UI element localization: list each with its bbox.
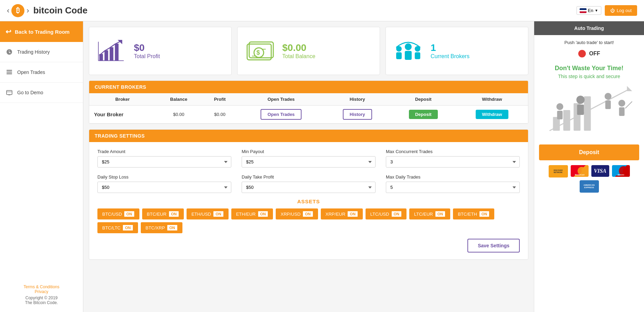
asset-ltc-eur[interactable]: LTC/EUR ON (409, 208, 450, 219)
max-concurrent-select[interactable]: 123510 (386, 156, 520, 168)
stat-info-brokers: 1 Current Brokers (431, 42, 469, 60)
table-header-row: Broker Balance Profit Open Trades Histor… (89, 93, 528, 106)
balance-value: $0.00 (282, 42, 306, 53)
current-brokers-header: CURRENT BROKERS (89, 81, 528, 93)
trading-settings-section: TRADING SETTINGS Trade Amount $25$50$100… (89, 129, 528, 260)
daily-stop-loss-select[interactable]: $50$100$200 (97, 182, 231, 193)
trade-amount-label: Trade Amount (97, 149, 231, 154)
svg-text:Maestro: Maestro (617, 174, 624, 176)
asset-btc-xrp[interactable]: BTC/XRP ON (141, 222, 182, 233)
broker-name: Your Broker (89, 106, 156, 123)
asset-btc-eth[interactable]: BTC/ETH ON (453, 208, 494, 219)
svg-point-20 (405, 43, 412, 50)
save-settings-button[interactable]: Save Settings (467, 239, 520, 252)
auto-trading-header: Auto Trading (534, 21, 644, 35)
col-balance: Balance (156, 93, 202, 106)
sidebar: ↩ Back to Trading Room Trading History O… (0, 21, 83, 312)
assets-section: ASSETS BTC/USD ON BTC/EUR ON ETH/USD ON … (97, 198, 520, 233)
svg-point-38 (619, 100, 625, 107)
svg-point-24 (415, 46, 420, 52)
svg-rect-37 (605, 100, 611, 109)
svg-text:MasterCard: MasterCard (575, 174, 584, 176)
svg-rect-6 (105, 50, 108, 61)
svg-rect-0 (7, 70, 12, 71)
promo-section: Don't Waste Your Time! This step is quic… (534, 61, 644, 144)
deposit-button[interactable]: Deposit (409, 110, 438, 119)
promo-title: Don't Waste Your Time! (539, 64, 639, 72)
svg-marker-27 (627, 86, 632, 91)
sidebar-item-open-trades[interactable]: Open Trades (0, 62, 83, 83)
asset-on-icon: ON (124, 211, 135, 217)
withdraw-button[interactable]: Withdraw (476, 110, 508, 119)
deposit-big-button[interactable]: Deposit (539, 144, 639, 160)
svg-rect-39 (619, 107, 625, 116)
flag-icon (580, 8, 587, 13)
profit-label: Total Profit (134, 53, 160, 60)
asset-eth-eur[interactable]: ETH/EUR ON (231, 208, 273, 219)
trade-amount-select[interactable]: $25$50$100$200 (97, 156, 231, 168)
asset-on-icon: ON (169, 211, 179, 217)
table-row: Your Broker $0.00 $0.00 Open Trades Hist… (89, 106, 528, 123)
auto-trading-status: OFF (589, 51, 600, 57)
asset-eth-usd[interactable]: ETH/USD ON (187, 208, 229, 219)
max-concurrent-label: Max Concurrent Trades (386, 149, 520, 154)
asset-on-icon: ON (435, 211, 446, 217)
svg-point-36 (605, 93, 612, 100)
col-deposit: Deposit (390, 93, 456, 106)
svg-rect-3 (7, 90, 12, 95)
broker-profit: $0.00 (202, 106, 238, 123)
auto-trading-toggle[interactable] (578, 50, 586, 57)
broker-balance: $0.00 (156, 106, 202, 123)
asset-xrp-eur[interactable]: XRP/EUR ON (321, 208, 363, 219)
auto-toggle-row: OFF (534, 50, 644, 61)
max-daily-trades-label: Max Daily Trades (386, 174, 520, 180)
form-group-max-daily-trades: Max Daily Trades 5102050 (386, 174, 520, 193)
asset-btc-usd[interactable]: BTC/USD ON (97, 208, 139, 219)
sidebar-item-go-to-demo[interactable]: Go to Demo (0, 83, 83, 103)
daily-take-profit-select[interactable]: $50$100$200 (242, 182, 376, 193)
header-actions: En ▼ ⏻ Log out (577, 5, 644, 16)
asset-btc-eur[interactable]: BTC/EUR ON (142, 208, 184, 219)
asset-on-icon: ON (479, 211, 490, 217)
col-history: History (324, 93, 391, 106)
promo-subtitle: This step is quick and secure (539, 74, 639, 79)
maestro-icon: Maestro (612, 165, 630, 177)
svg-point-18 (396, 46, 402, 52)
assets-grid: BTC/USD ON BTC/EUR ON ETH/USD ON ETH/EUR… (97, 208, 520, 233)
trading-settings-header: TRADING SETTINGS (89, 130, 528, 142)
terms-link[interactable]: Terms & Conditions (23, 284, 59, 289)
broker-withdraw-cell: Withdraw (456, 106, 528, 123)
asset-xrp-usd[interactable]: XRP/USD ON (276, 208, 318, 219)
min-payout-select[interactable]: $25$50$75$80 (242, 156, 376, 168)
history-button[interactable]: History (343, 109, 372, 120)
col-profit: Profit (202, 93, 238, 106)
form-group-min-payout: Min Payout $25$50$75$80 (242, 149, 376, 168)
balance-label: Total Balance (282, 53, 315, 60)
svg-rect-4 (8, 95, 10, 95)
sidebar-back-button[interactable]: ↩ Back to Trading Room (0, 21, 83, 42)
lang-selector[interactable]: En ▼ (577, 6, 601, 15)
save-row: Save Settings (97, 239, 520, 252)
max-daily-trades-select[interactable]: 5102050 (386, 182, 520, 193)
asset-on-icon: ON (303, 211, 313, 217)
sidebar-footer: Terms & Conditions Privacy Copyright © 2… (0, 278, 83, 312)
sidebar-item-trading-history[interactable]: Trading History (0, 42, 83, 62)
mastercard-icon: MasterCard (571, 165, 589, 177)
stat-card-current-brokers: 1 Current Brokers (386, 27, 528, 75)
angle-left-icon: ‹ (7, 6, 9, 15)
asset-on-icon: ON (123, 225, 133, 231)
logout-button[interactable]: ⏻ Log out (605, 5, 637, 16)
arrow-back-icon: ↩ (6, 28, 11, 36)
open-trades-button[interactable]: Open Trades (261, 109, 302, 120)
main-layout: ↩ Back to Trading Room Trading History O… (0, 21, 644, 312)
stat-card-total-profit: $0 Total Profit (89, 27, 232, 75)
settings-content: Trade Amount $25$50$100$200 Min Payout $… (89, 142, 528, 259)
stat-info-balance: $0.00 Total Balance (282, 42, 315, 60)
form-group-daily-take-profit: Daily Take Profit $50$100$200 (242, 174, 376, 193)
privacy-link[interactable]: Privacy (35, 289, 48, 294)
logo-text: bitcoin Code (33, 5, 87, 16)
form-group-max-concurrent: Max Concurrent Trades 123510 (386, 149, 520, 168)
asset-ltc-usd[interactable]: LTC/USD ON (366, 208, 407, 219)
asset-btc-ltc[interactable]: BTC/LTC ON (97, 222, 138, 233)
svg-rect-29 (563, 110, 570, 131)
